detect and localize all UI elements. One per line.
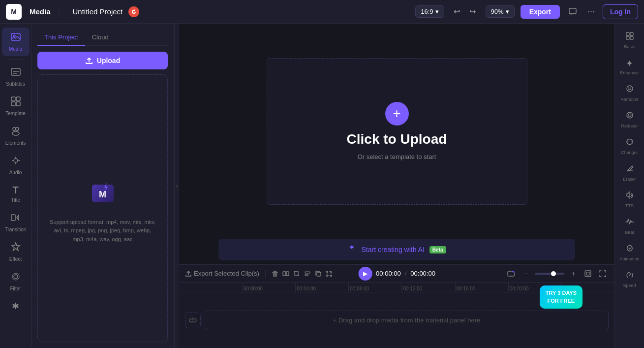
zoom-out-button[interactable]: － — [520, 268, 532, 280]
zoom-slider[interactable] — [535, 273, 564, 275]
svg-point-42 — [628, 88, 629, 89]
main-layout: Media Subtitles Templa — [0, 24, 644, 348]
ai-bar[interactable]: Start creating with AI Beta — [218, 239, 575, 260]
ruler-mark-1: 00:04:00 — [295, 283, 348, 292]
sidebar-item-elements[interactable]: Elements — [2, 122, 30, 150]
beat-label: Beat — [625, 230, 634, 235]
right-item-speed[interactable]: Speed — [617, 266, 643, 292]
drop-text: + Drag and drop media from the material … — [333, 316, 481, 324]
changer-label: Changer — [621, 150, 638, 155]
remover-label: Remover — [620, 97, 639, 102]
undo-redo-group: ↩ ↪ — [450, 5, 480, 19]
canvas-frame[interactable]: + Click to Upload Or select a template t… — [267, 58, 527, 205]
login-button[interactable]: Log In — [603, 4, 638, 19]
media-panel: This Project Cloud Upload — [31, 24, 174, 348]
right-item-basic[interactable]: Basic — [617, 28, 643, 53]
add-track-button[interactable] — [185, 313, 201, 328]
right-item-animation[interactable]: Animation — [617, 240, 643, 265]
svg-rect-0 — [569, 8, 576, 14]
topbar-divider — [60, 7, 60, 17]
zoom-in-button[interactable]: ＋ — [567, 268, 579, 280]
ruler-mark-0: 00:00:00 — [242, 283, 295, 292]
align-left-button[interactable] — [304, 270, 311, 277]
svg-rect-1 — [11, 33, 20, 40]
panel-collapse-handle[interactable]: ‹ — [174, 24, 179, 348]
sidebar-elements-label: Elements — [5, 140, 26, 146]
svg-rect-37 — [626, 32, 629, 35]
app-logo: M — [6, 4, 22, 20]
reducer-icon — [625, 111, 634, 122]
track-drop-area[interactable]: + Drag and drop media from the material … — [205, 311, 609, 330]
subtitles-icon — [10, 66, 21, 80]
fullscreen-button[interactable] — [597, 268, 609, 280]
sidebar-item-audio[interactable]: Audio — [2, 151, 30, 180]
svg-rect-14 — [11, 215, 15, 221]
ai-bar-label: Start creating with AI — [361, 246, 424, 253]
audio-icon — [10, 155, 21, 168]
undo-button[interactable]: ↩ — [450, 5, 464, 19]
more-menu-button[interactable]: ··· — [585, 6, 597, 17]
svg-point-47 — [629, 275, 630, 276]
right-item-enhancer[interactable]: ✦ Enhancer — [617, 54, 643, 79]
delete-clip-button[interactable] — [272, 270, 278, 277]
try-badge[interactable]: TRY 3 DAYS FOR FREE — [540, 285, 583, 309]
upload-drop-area[interactable]: M Support upload format: mp4, mov, mts, … — [37, 74, 168, 342]
sidebar-item-filter[interactable]: Filter — [2, 267, 30, 296]
right-item-changer[interactable]: Changer — [617, 133, 643, 159]
split-clip-button[interactable] — [282, 270, 289, 277]
sidebar-item-effect[interactable]: Effect — [2, 238, 30, 266]
crop-button[interactable] — [293, 270, 300, 277]
sidebar-item-title[interactable]: T Title — [2, 181, 30, 207]
animation-icon — [625, 244, 634, 255]
export-button[interactable]: Export — [521, 5, 560, 19]
svg-rect-26 — [317, 272, 321, 276]
svg-point-16 — [12, 273, 19, 280]
time-separator: / — [405, 270, 407, 277]
export-clips-button[interactable]: Export Selected Clip(s) — [185, 270, 259, 277]
sidebar-template-label: Template — [5, 111, 26, 117]
ratio-selector[interactable]: 16:9 ▾ — [415, 5, 444, 18]
duplicate-button[interactable] — [315, 270, 322, 277]
canvas-plus-button[interactable]: + — [385, 102, 409, 126]
tab-this-project[interactable]: This Project — [37, 30, 85, 46]
canvas-sub-text: Or select a template to start — [358, 153, 436, 160]
sidebar-item-transition[interactable]: Transition — [2, 208, 30, 237]
changer-icon — [625, 137, 634, 149]
fit-button[interactable] — [582, 268, 594, 280]
ruler-mark-2: 00:08:00 — [348, 283, 401, 292]
add-media-button[interactable] — [505, 268, 517, 280]
zoom-selector[interactable]: 90% ▾ — [486, 5, 515, 18]
media-panel-body: Upload M — [31, 46, 174, 348]
sync-icon[interactable] — [128, 6, 139, 17]
sidebar-filter-label: Filter — [10, 286, 21, 292]
redo-button[interactable]: ↪ — [466, 5, 480, 19]
tab-cloud[interactable]: Cloud — [85, 30, 116, 46]
sidebar-item-more[interactable]: ✱ — [2, 297, 30, 316]
enhancer-icon: ✦ — [626, 58, 633, 69]
play-button[interactable]: ▶ — [358, 267, 372, 281]
playback-controls: ▶ 00:00:00 / 00:00:00 — [358, 267, 435, 281]
right-item-tts[interactable]: TTS — [617, 187, 643, 212]
svg-rect-25 — [305, 274, 308, 276]
group-button[interactable] — [326, 270, 333, 277]
sidebar-item-media[interactable]: Media — [2, 28, 30, 56]
toolbar-divider-1 — [265, 270, 266, 278]
left-sidebar: Media Subtitles Templa — [0, 24, 31, 348]
svg-rect-34 — [585, 271, 591, 277]
sidebar-title-label: Title — [11, 197, 20, 203]
svg-point-2 — [13, 35, 15, 37]
svg-point-15 — [14, 275, 18, 279]
svg-point-20 — [351, 247, 353, 248]
sidebar-item-subtitles[interactable]: Subtitles — [2, 63, 30, 91]
right-item-reducer[interactable]: Reducer — [617, 107, 643, 132]
sidebar-item-template[interactable]: Template — [2, 92, 30, 121]
sidebar-audio-label: Audio — [9, 170, 22, 176]
right-item-remover[interactable]: Remover — [617, 80, 643, 106]
right-item-beat[interactable]: Beat — [617, 213, 643, 239]
upload-button[interactable]: Upload — [37, 52, 168, 69]
timeline-toolbar: Export Selected Clip(s) — [179, 265, 614, 283]
comment-button[interactable] — [566, 5, 580, 19]
ruler-mark-4: 00:16:00 — [455, 283, 508, 292]
sidebar-media-label: Media — [9, 46, 22, 52]
right-item-eraser[interactable]: Eraser — [617, 160, 643, 186]
